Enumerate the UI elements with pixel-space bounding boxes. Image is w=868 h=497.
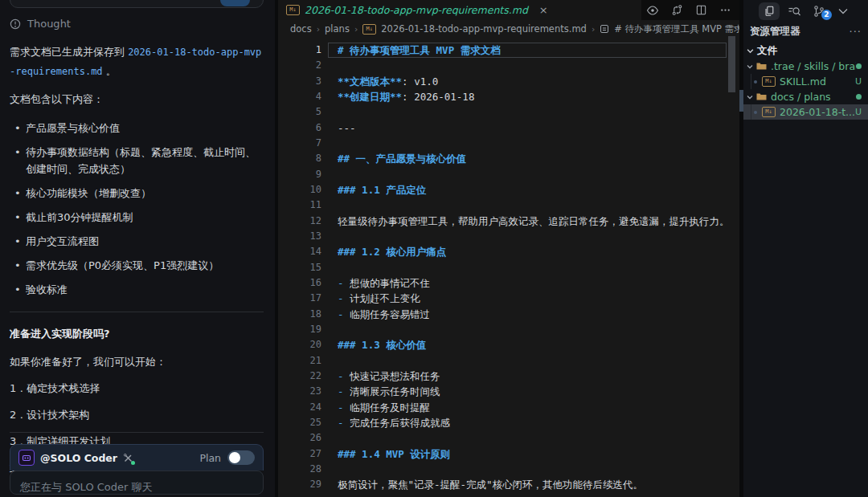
editor-line[interactable]: 24- 临期任务及时提醒 (278, 400, 728, 415)
line-number: 9 (278, 167, 321, 182)
line-content: 轻量级待办事项管理工具，帮助用户高效记录、追踪日常任务，避免遗漏，提升执行力。 (338, 214, 728, 229)
editor-line[interactable]: 28 (278, 462, 728, 477)
tree-folder-row[interactable]: docs / plans (743, 89, 868, 104)
editor-line[interactable]: 10### 1.1 产品定位 (278, 182, 728, 198)
editor-line[interactable]: 29极简设计，聚焦"记录-提醒-完成"核心闭环，其他功能待后续迭代。 (278, 477, 728, 492)
modified-dot-icon (754, 80, 757, 84)
breadcrumb-item[interactable]: plans (325, 23, 350, 35)
breadcrumb-item[interactable]: # 待办事项管理工具 MVP 需求文档 (614, 23, 739, 35)
chevron-right-icon: › (592, 24, 595, 35)
agent-name: @SOLO Coder (40, 452, 117, 464)
editor-line[interactable]: 27### 1.4 MVP 设计原则 (278, 446, 728, 462)
editor-line[interactable]: 2 (278, 58, 728, 73)
editor-line[interactable]: 7 (278, 136, 728, 151)
line-content: **创建日期**: 2026-01-18 (338, 89, 474, 104)
editor-line[interactable]: 1# 待办事项管理工具 MVP 需求文档 (278, 43, 728, 58)
editor-line[interactable]: 25- 完成任务后获得成就感 (278, 415, 728, 430)
editor-line[interactable]: 3**文档版本**: v1.0 (278, 74, 728, 89)
tree-folder-row[interactable]: .trae / skills / brai... (743, 59, 868, 74)
open-changes-icon[interactable] (671, 4, 683, 16)
previous-action-button[interactable] (220, 0, 250, 6)
editor-line[interactable]: 6--- (278, 120, 728, 136)
line-number: 10 (278, 182, 321, 198)
symbol-icon (600, 24, 609, 34)
chat-paragraph: 需求文档已生成并保存到 2026-01-18-todo-app-mvp-requ… (10, 43, 264, 81)
line-number: 8 (278, 151, 321, 166)
editor-line[interactable]: 9 (278, 167, 728, 182)
editor-line[interactable]: 19 (278, 322, 728, 337)
tree-file-row[interactable]: M↓SKILL.mdU (743, 74, 868, 89)
markdown-file-icon: M↓ (286, 5, 300, 15)
line-content: ### 1.3 核心价值 (338, 337, 426, 352)
scm-badge: 2 (821, 10, 832, 20)
agent-header[interactable]: @SOLO Coder Plan (10, 444, 264, 471)
message-text: 。 (103, 65, 117, 77)
editor-line[interactable]: 13 (278, 229, 728, 244)
editor-tab[interactable]: M↓ 2026-01-18-todo-app-mvp-requirements.… (278, 0, 641, 20)
editor-line[interactable]: 21 (278, 353, 728, 369)
line-number: 6 (278, 120, 321, 136)
editor-line[interactable]: 17- 计划赶不上变化 (278, 291, 728, 306)
split-editor-icon[interactable] (695, 4, 707, 16)
explorer-view-button[interactable] (759, 2, 780, 20)
thought-label: Thought (27, 15, 71, 32)
explorer-panel: 2 资源管理器 ··· 文件 .trae / skills / brai...M… (743, 0, 868, 497)
breadcrumb: docs › plans › M↓ 2026-01-18-todo-app-mv… (278, 20, 739, 38)
editor-line[interactable]: 5 (278, 104, 728, 120)
editor-line[interactable]: 22- 快速记录想法和任务 (278, 369, 728, 384)
list-item: 待办事项数据结构（标题、紧急程度、截止时间、创建时间、完成状态） (26, 144, 264, 177)
files-section-header[interactable]: 文件 (747, 44, 777, 58)
close-icon[interactable]: × (539, 5, 548, 15)
online-status-dot (131, 461, 135, 465)
line-content: - 临期任务及时提醒 (338, 400, 430, 415)
editor-line[interactable]: 16- 想做的事情记不住 (278, 275, 728, 291)
editor-line[interactable]: 14### 1.2 核心用户痛点 (278, 244, 728, 259)
editor-line[interactable]: 26 (278, 430, 728, 446)
line-content: ## 一、产品愿景与核心价值 (338, 151, 466, 166)
chevron-down-icon (747, 63, 753, 70)
line-number: 19 (278, 322, 321, 337)
preview-icon[interactable] (646, 4, 659, 17)
editor-scrollbar[interactable] (728, 36, 735, 92)
tab-bar: M↓ 2026-01-18-todo-app-mvp-requirements.… (278, 0, 739, 20)
list-item: 核心功能模块（增删改查） (26, 185, 264, 202)
list-item: 需求优先级（P0必须实现、P1强烈建议） (26, 257, 264, 274)
search-icon[interactable] (788, 5, 801, 18)
message-text: 需求文档已生成并保存到 (10, 46, 128, 58)
editor-line[interactable]: 20### 1.3 核心价值 (278, 337, 728, 352)
line-number: 23 (278, 384, 321, 399)
editor-line[interactable]: 4**创建日期**: 2026-01-18 (278, 89, 728, 104)
more-actions-icon[interactable] (719, 4, 731, 16)
editor-line[interactable]: 12轻量级待办事项管理工具，帮助用户高效记录、追踪日常任务，避免遗漏，提升执行力… (278, 214, 728, 229)
editor-line[interactable]: 15 (278, 260, 728, 275)
chat-panel: Thought 需求文档已生成并保存到 2026-01-18-todo-app-… (0, 0, 275, 497)
explorer-title: 资源管理器 (750, 25, 800, 39)
plan-mode-toggle[interactable] (227, 450, 255, 465)
thought-toggle[interactable]: Thought (10, 15, 264, 32)
line-number: 2 (278, 58, 321, 73)
editor-line[interactable]: 23- 清晰展示任务时间线 (278, 384, 728, 399)
chevron-down-icon[interactable] (837, 6, 849, 16)
editor-line[interactable]: 8## 一、产品愿景与核心价值 (278, 151, 728, 166)
editor-line[interactable]: 11 (278, 198, 728, 213)
line-number: 7 (278, 136, 321, 151)
line-number: 18 (278, 307, 321, 322)
tree-file-row[interactable]: M↓2026-01-18-t...U (743, 104, 868, 120)
breadcrumb-item[interactable]: docs (290, 23, 312, 35)
chat-input[interactable]: 您正在与 SOLO Coder 聊天 (10, 471, 264, 495)
modified-dot-icon (754, 111, 757, 114)
tools-icon (123, 453, 133, 463)
line-number: 13 (278, 229, 321, 244)
breadcrumb-item[interactable]: 2026-01-18-todo-app-mvp-requirements.md (381, 23, 587, 35)
line-number: 12 (278, 214, 321, 229)
chat-bullet-list: 产品愿景与核心价值待办事项数据结构（标题、紧急程度、截止时间、创建时间、完成状态… (10, 120, 264, 298)
mode-label: Plan (199, 452, 221, 464)
step-item: 2．设计技术架构 (10, 406, 264, 423)
line-number: 25 (278, 415, 321, 430)
folder-icon (756, 92, 767, 101)
more-actions-icon[interactable]: ··· (850, 26, 862, 38)
editor-lines[interactable]: 1# 待办事项管理工具 MVP 需求文档23**文档版本**: v1.04**创… (278, 38, 728, 497)
editor-line[interactable]: 18- 临期任务容易错过 (278, 307, 728, 322)
list-item: 验收标准 (26, 281, 264, 298)
line-number: 3 (278, 74, 321, 89)
